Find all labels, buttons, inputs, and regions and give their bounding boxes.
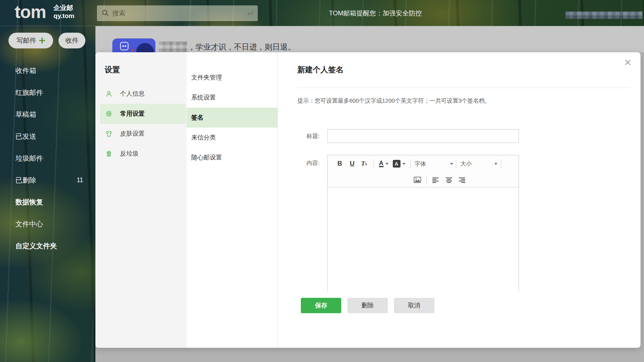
chevron-down-icon bbox=[450, 163, 453, 165]
menu-item-common-settings[interactable]: 常用设置 bbox=[100, 104, 186, 124]
trash-icon bbox=[105, 150, 113, 158]
toolbar-separator bbox=[456, 159, 456, 168]
sidebar-item-inbox[interactable]: 收件箱 bbox=[0, 60, 95, 81]
robot-face-glyph bbox=[120, 42, 128, 50]
search-bar[interactable] bbox=[97, 5, 258, 21]
divider bbox=[297, 88, 630, 88]
font-family-select[interactable]: 字体 bbox=[415, 160, 453, 168]
enter-icon[interactable] bbox=[246, 9, 254, 17]
sidebar-item-file-center[interactable]: 文件中心 bbox=[0, 213, 95, 235]
sidebar-item-custom-folders[interactable]: 自定义文件夹 bbox=[0, 235, 95, 257]
search-input[interactable] bbox=[112, 5, 220, 21]
rich-text-editor: B U Tx A A 字体 大小 bbox=[327, 155, 519, 292]
menu-item-skin-settings[interactable]: 皮肤设置 bbox=[95, 124, 187, 144]
editor-toolbar: B U Tx A A 字体 大小 bbox=[328, 155, 519, 188]
submenu-item-folder-management[interactable]: 文件夹管理 bbox=[187, 68, 277, 88]
dialog-buttons: 保存 删除 取消 bbox=[301, 298, 434, 313]
clear-format-t: T bbox=[361, 160, 365, 168]
sidebar-item-sent[interactable]: 已发送 bbox=[0, 125, 95, 147]
chevron-down-icon bbox=[402, 163, 405, 165]
submenu-item-mail-classification[interactable]: 来信分类 bbox=[187, 128, 277, 148]
receive-button[interactable]: 收件 bbox=[58, 33, 85, 48]
menu-label: 皮肤设置 bbox=[120, 130, 145, 138]
topbar: tom 企业邮 qy.tom TOM邮箱提醒您：加强安全防控 bbox=[0, 0, 644, 26]
folder-nav: 收件箱 红旗邮件 草稿箱 已发送 垃圾邮件 已删除 11 数据恢复 文件中心 自… bbox=[0, 60, 95, 257]
chevron-down-icon bbox=[494, 163, 497, 165]
greeting-card: ，学业才识，不日进，则日退。 bbox=[95, 26, 644, 52]
receive-label: 收件 bbox=[65, 36, 78, 45]
bg-color-letter: A bbox=[393, 160, 400, 168]
clear-format-button[interactable]: Tx bbox=[361, 160, 367, 168]
toolbar-separator bbox=[410, 159, 410, 168]
sidebar-item-drafts[interactable]: 草稿箱 bbox=[0, 103, 95, 125]
plus-icon bbox=[39, 38, 45, 43]
menu-label: 反垃圾 bbox=[120, 150, 138, 158]
submenu-item-signature[interactable]: 签名 bbox=[187, 108, 277, 128]
cancel-button[interactable]: 取消 bbox=[394, 298, 434, 313]
nav-label: 数据恢复 bbox=[15, 198, 43, 207]
user-name-redacted bbox=[159, 42, 187, 52]
font-family-label: 字体 bbox=[415, 160, 426, 168]
bg-color-button[interactable]: A bbox=[393, 160, 405, 168]
red-dot bbox=[132, 49, 134, 51]
menu-label: 常用设置 bbox=[120, 110, 145, 118]
sidebar-item-deleted[interactable]: 已删除 11 bbox=[0, 169, 95, 191]
sidebar-item-flagged[interactable]: 红旗邮件 bbox=[0, 81, 95, 103]
nav-label: 已删除 bbox=[15, 176, 36, 185]
nav-label: 垃圾邮件 bbox=[15, 154, 43, 163]
greeting-motto: ，学业才识，不日进，则日退。 bbox=[188, 42, 295, 52]
deleted-count-badge: 11 bbox=[77, 177, 83, 184]
toolbar-separator bbox=[501, 159, 501, 168]
settings-menu-column: 设置 个人信息 常用设置 bbox=[95, 52, 187, 348]
sidebar: 写邮件 收件 收件箱 红旗邮件 草稿箱 已发送 垃圾邮件 已删除 11 数据恢复… bbox=[0, 26, 95, 362]
settings-menu: 个人信息 常用设置 皮肤设置 bbox=[95, 84, 187, 164]
align-left-button[interactable] bbox=[432, 177, 439, 183]
signature-dialog: × 新建个人签名 提示：您可设置最多600个汉字或1200个英文字符；一共可设置… bbox=[278, 52, 641, 348]
user-account-redacted[interactable] bbox=[566, 12, 642, 19]
brand-name: 企业邮 qy.tom bbox=[53, 4, 74, 20]
bold-button[interactable]: B bbox=[337, 160, 342, 168]
underline-button[interactable]: U bbox=[350, 160, 354, 168]
menu-item-personal-info[interactable]: 个人信息 bbox=[95, 84, 187, 104]
nav-label: 自定义文件夹 bbox=[15, 241, 57, 251]
gear-icon bbox=[105, 110, 113, 118]
search-icon bbox=[102, 9, 109, 17]
font-size-label: 大小 bbox=[460, 160, 472, 168]
font-color-button[interactable]: A bbox=[379, 160, 389, 167]
align-right-button[interactable] bbox=[459, 177, 465, 183]
insert-image-button[interactable] bbox=[413, 176, 422, 184]
security-notice: TOM邮箱提醒您：加强安全防控 bbox=[329, 0, 422, 26]
align-center-button[interactable] bbox=[445, 177, 452, 183]
person-icon bbox=[105, 90, 113, 98]
menu-item-anti-spam[interactable]: 反垃圾 bbox=[95, 144, 187, 164]
toolbar-separator bbox=[426, 176, 427, 184]
settings-submenu-column: 文件夹管理 系统设置 签名 来信分类 随心邮设置 bbox=[187, 52, 278, 348]
content-field-label: 内容: bbox=[278, 159, 320, 167]
nav-label: 红旗邮件 bbox=[15, 88, 43, 97]
brand-line1: 企业邮 bbox=[53, 4, 74, 12]
delete-button[interactable]: 删除 bbox=[347, 298, 388, 313]
dialog-tip: 提示：您可设置最多600个汉字或1200个英文字符；一共可设置3个签名档。 bbox=[297, 97, 491, 105]
nav-label: 草稿箱 bbox=[15, 110, 36, 119]
editor-content[interactable] bbox=[328, 188, 519, 292]
brand-line2: qy.tom bbox=[53, 12, 74, 20]
submenu-label: 签名 bbox=[191, 114, 204, 122]
settings-modal: 设置 个人信息 常用设置 bbox=[95, 52, 641, 348]
dialog-title: 新建个人签名 bbox=[297, 65, 344, 75]
submenu-item-system-settings[interactable]: 系统设置 bbox=[187, 88, 277, 108]
sidebar-item-data-recovery[interactable]: 数据恢复 bbox=[0, 191, 95, 213]
signature-title-input[interactable] bbox=[327, 129, 519, 143]
font-size-select[interactable]: 大小 bbox=[460, 160, 497, 168]
compose-label: 写邮件 bbox=[17, 36, 36, 45]
settings-title: 设置 bbox=[105, 65, 120, 75]
compose-button[interactable]: 写邮件 bbox=[8, 33, 53, 48]
submenu-label: 来信分类 bbox=[191, 134, 216, 142]
save-button[interactable]: 保存 bbox=[301, 298, 341, 313]
sidebar-item-spam[interactable]: 垃圾邮件 bbox=[0, 147, 95, 169]
submenu-label: 文件夹管理 bbox=[191, 74, 222, 82]
tshirt-icon bbox=[105, 130, 113, 138]
clear-format-x: x bbox=[365, 162, 367, 166]
close-icon[interactable]: × bbox=[624, 56, 631, 68]
tom-logo: tom bbox=[15, 0, 46, 24]
submenu-item-easy-mail-settings[interactable]: 随心邮设置 bbox=[187, 148, 277, 168]
